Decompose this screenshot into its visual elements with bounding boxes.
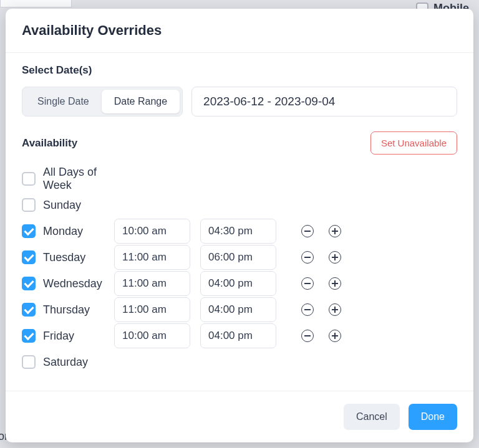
tab-date-range[interactable]: Date Range (102, 90, 180, 113)
remove-slot-icon[interactable] (301, 330, 314, 342)
add-slot-icon[interactable] (329, 330, 341, 342)
day-row-thursday: Thursday (22, 297, 457, 323)
day-row-tuesday: Tuesday (22, 244, 457, 270)
day-row-wednesday: Wednesday (22, 270, 457, 297)
checkbox-thursday[interactable] (22, 303, 36, 317)
remove-slot-icon[interactable] (301, 277, 314, 290)
availability-label: Availability (22, 137, 77, 150)
checkbox-friday[interactable] (22, 329, 36, 343)
day-label-tuesday: Tuesday (43, 251, 85, 264)
bg-box (0, 0, 72, 7)
modal-body: Select Date(s) Single Date Date Range 20… (6, 53, 473, 391)
day-label-thursday: Thursday (43, 303, 90, 317)
remove-slot-icon[interactable] (301, 251, 314, 264)
end-time-friday[interactable] (200, 323, 276, 348)
start-time-wednesday[interactable] (114, 271, 190, 296)
day-row-sunday: Sunday (22, 192, 457, 218)
cancel-button[interactable]: Cancel (344, 404, 400, 430)
add-slot-icon[interactable] (329, 251, 341, 264)
checkbox-saturday[interactable] (22, 355, 36, 369)
date-mode-row: Single Date Date Range 2023-06-12 - 2023… (22, 87, 457, 117)
remove-slot-icon[interactable] (301, 225, 314, 237)
add-slot-icon[interactable] (329, 303, 341, 316)
done-button[interactable]: Done (409, 404, 457, 430)
day-label-wednesday: Wednesday (43, 277, 102, 290)
remove-slot-icon[interactable] (301, 303, 314, 316)
start-time-thursday[interactable] (114, 297, 190, 322)
checkbox-wednesday[interactable] (22, 277, 36, 290)
start-time-tuesday[interactable] (114, 245, 190, 270)
all-days-row: All Days of Week (22, 166, 457, 192)
checkbox-tuesday[interactable] (22, 250, 36, 264)
date-mode-segmented: Single Date Date Range (22, 87, 183, 117)
day-row-monday: Monday (22, 218, 457, 244)
day-row-friday: Friday (22, 323, 457, 349)
day-label-saturday: Saturday (43, 356, 88, 369)
checkbox-monday[interactable] (22, 224, 36, 238)
day-label-monday: Monday (43, 225, 83, 238)
day-label-friday: Friday (43, 330, 74, 343)
end-time-monday[interactable] (200, 219, 276, 244)
date-range-display[interactable]: 2023-06-12 - 2023-09-04 (191, 87, 457, 117)
checkbox-all-days[interactable] (22, 172, 36, 186)
start-time-monday[interactable] (114, 219, 190, 244)
modal-header: Availability Overrides (6, 9, 473, 53)
end-time-tuesday[interactable] (200, 245, 276, 270)
day-row-saturday: Saturday (22, 349, 457, 375)
all-days-label: All Days of Week (43, 166, 114, 192)
start-time-friday[interactable] (114, 323, 190, 348)
checkbox-sunday[interactable] (22, 198, 36, 212)
day-label-sunday: Sunday (43, 199, 81, 212)
availability-overrides-modal: Availability Overrides Select Date(s) Si… (6, 9, 473, 442)
modal-title: Availability Overrides (22, 22, 457, 39)
end-time-thursday[interactable] (200, 297, 276, 322)
add-slot-icon[interactable] (329, 225, 341, 237)
end-time-wednesday[interactable] (200, 271, 276, 296)
availability-header: Availability Set Unavailable (22, 131, 457, 155)
tab-single-date[interactable]: Single Date (25, 90, 102, 113)
modal-footer: Cancel Done (6, 391, 473, 442)
select-dates-label: Select Date(s) (22, 64, 457, 77)
add-slot-icon[interactable] (329, 277, 341, 290)
set-unavailable-button[interactable]: Set Unavailable (370, 131, 457, 155)
